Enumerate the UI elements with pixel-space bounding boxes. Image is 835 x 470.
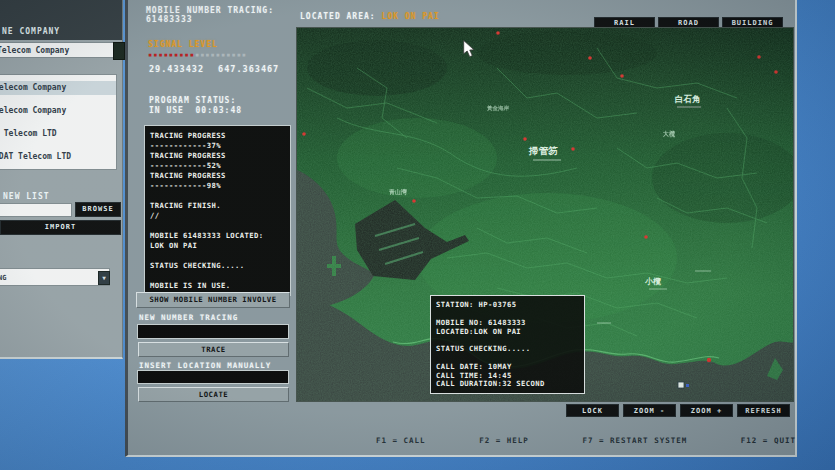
located-area-label: LOCATED AREA: (300, 12, 376, 21)
signal-level-bar: ▪▪▪▪▪▪▪▪▪▪▪▪▪▪▪▪▪▪▪ (148, 51, 247, 59)
coordinate-y: 647.363467 (218, 64, 279, 74)
list-item[interactable]: Telecom Company (0, 104, 117, 118)
fkey-quit: F12 = QUIT (741, 436, 796, 445)
coordinate-x: 29.433432 (149, 64, 204, 74)
station-info-box: STATION: HP-03765 MOBILE NO: 61483333 LO… (430, 295, 585, 394)
new-list-label: NEW LIST (3, 192, 50, 201)
coordinates-readout: 29.433432647.363467 (149, 64, 293, 74)
zoom-out-button[interactable]: ZOOM - (623, 404, 676, 417)
zoom-in-button[interactable]: ZOOM + (680, 404, 733, 417)
new-list-input[interactable] (0, 203, 72, 217)
desktop: { "colors": { "desktop_blue": "#4584c8",… (0, 0, 835, 470)
tracing-header: MOBILE NUMBER TRACING: 61483333 (146, 6, 274, 24)
signal-bar-empty: ▪▪▪▪▪▪▪▪▪▪ (195, 51, 247, 59)
function-key-bar: F1 = CALL F2 = HELP F7 = RESTART SYSTEM … (376, 436, 796, 445)
show-mobile-number-involve-button[interactable]: SHOW MOBILE NUMBER INVOLVE (136, 292, 290, 308)
list-item[interactable]: . Telecom LTD (0, 127, 117, 141)
located-area-value: LOK ON PAI (381, 12, 439, 21)
tracing-label: MOBILE NUMBER TRACING: (146, 6, 274, 15)
left-window-title: NE COMPANY (2, 27, 60, 36)
fkey-restart: F7 = RESTART SYSTEM (582, 436, 687, 445)
signal-level-label: SIGNAL LEVEL (148, 40, 218, 49)
trace-button[interactable]: TRACE (138, 342, 289, 357)
bottom-dropdown[interactable]: NG (0, 268, 110, 286)
browse-button[interactable]: BROWSE (75, 202, 121, 217)
import-button[interactable]: IMPORT (0, 220, 121, 235)
company-combo-field[interactable]: Telecom Company (0, 42, 114, 58)
tracking-map[interactable]: 白石角 掃管笏 小欖 青山灣 大欖 黃金海岸 (296, 27, 794, 402)
tracing-number: 61483333 (146, 15, 274, 24)
insert-location-manually-label: INSERT LOCATION MANUALLY (139, 361, 271, 370)
list-item[interactable]: Telecom Company (0, 81, 117, 95)
signal-bar-filled: ▪▪▪▪▪▪▪▪▪ (148, 51, 195, 59)
new-number-tracking-label: NEW NUMBER TRACING (139, 313, 238, 322)
refresh-button[interactable]: REFRESH (737, 404, 790, 417)
fkey-help: F2 = HELP (479, 436, 529, 445)
fkey-call: F1 = CALL (376, 436, 426, 445)
telecom-company-window: NE COMPANY Telecom Company Telecom Compa… (0, 0, 123, 359)
locate-button[interactable]: LOCATE (138, 387, 289, 402)
located-area: LOCATED AREA: LOK ON PAI (300, 12, 440, 21)
insert-location-input[interactable] (137, 370, 289, 384)
bottom-dropdown-arrow-icon[interactable]: ▼ (98, 271, 110, 285)
program-status: PROGRAM STATUS: IN USE 00:03:48 (149, 96, 242, 116)
map-control-buttons: LOCK ZOOM - ZOOM + REFRESH (566, 404, 790, 417)
company-combo-value: Telecom Company (0, 43, 69, 58)
mobile-tracing-window: MOBILE NUMBER TRACING: 61483333 LOCATED … (125, 0, 797, 457)
tracing-console: TRACING PROGRESS ------------37% TRACING… (144, 125, 291, 296)
company-combo-dropdown-button[interactable] (113, 42, 125, 60)
list-item[interactable]: .DAT Telecom LTD (0, 150, 117, 164)
new-number-tracking-input[interactable] (137, 324, 289, 339)
lock-button[interactable]: LOCK (566, 404, 619, 417)
bottom-dropdown-value: NG (0, 274, 6, 282)
company-listbox[interactable]: Telecom Company Telecom Company . Teleco… (0, 74, 117, 170)
